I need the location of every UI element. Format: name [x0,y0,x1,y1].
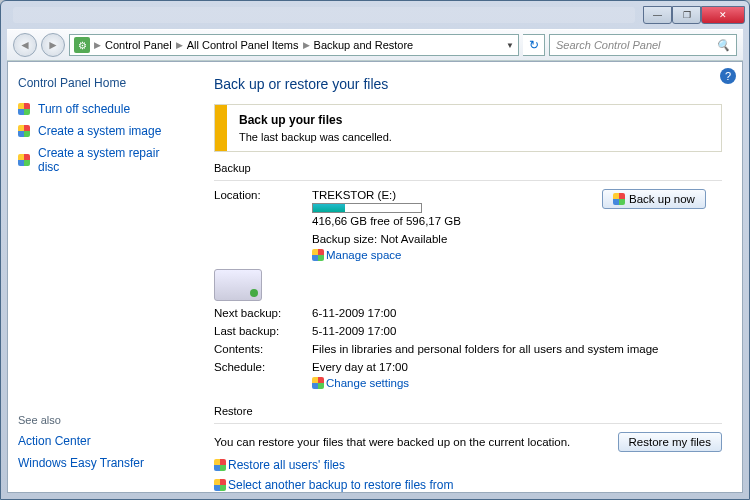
last-backup-value: 5-11-2009 17:00 [312,325,722,337]
window-title-blur [13,7,635,23]
sidebar: Control Panel Home Turn off schedule Cre… [8,62,194,492]
sidebar-create-repair-disc[interactable]: Create a system repair disc [18,146,184,174]
back-button[interactable]: ◄ [13,33,37,57]
shield-icon [214,459,226,471]
contents-value: Files in libraries and personal folders … [312,343,722,355]
shield-icon [312,377,324,389]
breadcrumb-mid[interactable]: All Control Panel Items [187,39,299,51]
chevron-right-icon[interactable]: ▶ [176,40,183,50]
notice-text: The last backup was cancelled. [239,131,392,143]
backup-heading: Backup [214,162,722,174]
address-bar[interactable]: ⚙ ▶ Control Panel ▶ All Control Panel It… [69,34,519,56]
location-value: TREKSTOR (E:) [312,189,594,201]
contents-label: Contents: [214,343,304,355]
last-backup-label: Last backup: [214,325,304,337]
sidebar-create-system-image[interactable]: Create a system image [18,124,184,138]
next-backup-value: 6-11-2009 17:00 [312,307,722,319]
restore-my-files-button[interactable]: Restore my files [618,432,722,452]
free-space-text: 416,66 GB free of 596,17 GB [312,215,594,227]
see-also-easy-transfer[interactable]: Windows Easy Transfer [18,456,184,470]
breadcrumb-leaf[interactable]: Backup and Restore [314,39,414,51]
change-settings-link[interactable]: Change settings [326,377,409,389]
help-icon[interactable]: ? [720,68,736,84]
sidebar-turn-off-schedule[interactable]: Turn off schedule [18,102,184,116]
chevron-right-icon[interactable]: ▶ [303,40,310,50]
space-bar [312,203,422,213]
shield-icon [214,479,226,491]
shield-icon [18,125,30,137]
see-also-section: See also Action Center Windows Easy Tran… [18,414,184,478]
restore-heading: Restore [214,405,722,417]
select-another-backup-link[interactable]: Select another backup to restore files f… [228,478,453,492]
warning-stripe [215,105,227,151]
breadcrumb-root[interactable]: Control Panel [105,39,172,51]
control-panel-icon: ⚙ [74,37,90,53]
divider [214,180,722,181]
location-label: Location: [214,189,304,201]
schedule-value: Every day at 17:00 [312,361,722,373]
chevron-right-icon[interactable]: ▶ [94,40,101,50]
page-title: Back up or restore your files [214,76,722,92]
shield-icon [18,103,30,115]
schedule-label: Schedule: [214,361,304,389]
drive-icon [214,269,262,301]
maximize-button[interactable]: ❐ [672,6,701,24]
chevron-down-icon[interactable]: ▼ [506,41,514,50]
search-placeholder: Search Control Panel [556,39,661,51]
refresh-button[interactable]: ↻ [523,34,545,56]
backup-now-button[interactable]: Back up now [602,189,706,209]
restore-text: You can restore your files that were bac… [214,436,570,448]
shield-icon [312,249,324,261]
title-bar: — ❐ ✕ [1,1,749,29]
manage-space-link[interactable]: Manage space [326,249,401,261]
close-button[interactable]: ✕ [701,6,745,24]
space-bar-fill [313,204,345,212]
search-input[interactable]: Search Control Panel 🔍 [549,34,737,56]
forward-button[interactable]: ► [41,33,65,57]
nav-toolbar: ◄ ► ⚙ ▶ Control Panel ▶ All Control Pane… [7,29,743,61]
minimize-button[interactable]: — [643,6,672,24]
notice-banner: Back up your files The last backup was c… [214,104,722,152]
backup-size-text: Backup size: Not Available [312,233,594,245]
next-backup-label: Next backup: [214,307,304,319]
see-also-title: See also [18,414,184,426]
notice-title: Back up your files [239,113,342,127]
divider [214,423,722,424]
see-also-action-center[interactable]: Action Center [18,434,184,448]
shield-icon [18,154,30,166]
sidebar-home-link[interactable]: Control Panel Home [18,76,184,90]
main-content: ? Back up or restore your files Back up … [194,62,742,492]
search-icon: 🔍 [716,39,730,52]
restore-all-users-link[interactable]: Restore all users' files [228,458,345,472]
